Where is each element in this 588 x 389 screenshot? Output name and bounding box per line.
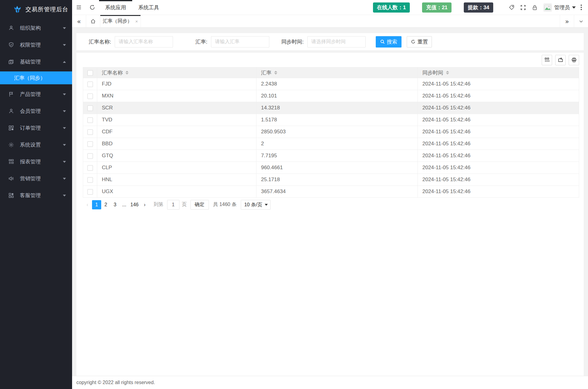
page-button-2[interactable]: 2 (101, 200, 110, 209)
close-icon[interactable]: × (135, 19, 138, 24)
order-icon (8, 125, 14, 131)
user-menu[interactable]: 管理员 (544, 3, 576, 12)
page-ellipsis: ... (120, 200, 129, 209)
table-card: 汇率名称 汇率 同步时间 FJD (76, 53, 584, 376)
row-checkbox[interactable] (87, 117, 93, 123)
row-checkbox[interactable] (87, 177, 93, 183)
row-checkbox[interactable] (87, 105, 93, 111)
row-checkbox[interactable] (87, 189, 93, 195)
search-icon (380, 39, 385, 44)
table-row: BBD 2 2024-11-05 15:42:46 (83, 138, 579, 150)
sidebar-item-4[interactable]: 会员管理 (0, 103, 72, 120)
caret-icon (63, 93, 66, 95)
sidebar-item-2[interactable]: 基础管理 (0, 53, 72, 70)
refresh-icon[interactable] (86, 0, 99, 15)
search-button[interactable]: 搜索 (376, 36, 402, 48)
rate-input[interactable] (211, 36, 269, 48)
jump-page-input[interactable] (167, 200, 179, 210)
content-area: 汇率名称: 汇率: 同步时间: 搜索 重置 (72, 28, 588, 376)
cell-sync-time: 2024-11-05 15:42:46 (418, 90, 579, 102)
row-checkbox[interactable] (87, 153, 93, 159)
caret-icon (63, 195, 66, 196)
sidebar-item-8[interactable]: 营销管理 (0, 170, 72, 187)
table-row: FJD 2.2438 2024-11-05 15:42:46 (83, 78, 579, 90)
page-button-146[interactable]: 146 (129, 200, 140, 209)
sync-time-input[interactable] (307, 36, 366, 48)
cell-rate-name: CDF (97, 126, 256, 138)
column-rate[interactable]: 汇率 (256, 67, 418, 78)
sidebar-item-6[interactable]: 系统设置 (0, 136, 72, 153)
sort-icon[interactable] (125, 71, 129, 74)
row-checkbox[interactable] (87, 141, 93, 147)
collapse-sidebar-icon[interactable] (72, 0, 86, 15)
row-checkbox[interactable] (87, 165, 93, 171)
tag-icon[interactable] (505, 0, 517, 15)
sidebar-item-label: 基础管理 (20, 58, 41, 65)
sidebar-item-7[interactable]: 报表管理 (0, 153, 72, 170)
more-vertical-icon[interactable] (578, 0, 585, 15)
sidebar-item-3[interactable]: 产品管理 (0, 86, 72, 103)
reset-button[interactable]: 重置 (407, 36, 432, 48)
column-sync-time[interactable]: 同步时间 (418, 67, 579, 78)
sidebar-item-5[interactable]: 订单管理 (0, 120, 72, 136)
reset-icon (411, 39, 416, 44)
sort-icon[interactable] (274, 71, 277, 74)
columns-filter-icon[interactable] (542, 55, 552, 65)
app-title: 交易所管理后台 (25, 6, 68, 13)
table-header-row: 汇率名称 汇率 同步时间 (83, 67, 579, 78)
rate-name-label: 汇率名称: (84, 38, 111, 45)
org-icon (8, 25, 14, 31)
deposit-badge[interactable]: 充值：21 (422, 2, 452, 13)
sidebar-item-label: 客服管理 (20, 192, 41, 199)
row-checkbox[interactable] (87, 82, 93, 87)
field-sync-time: 同步时间: (277, 36, 366, 48)
cell-rate: 2.2438 (256, 78, 418, 90)
cell-rate: 3657.4634 (256, 186, 418, 198)
nav-tab-system-tools[interactable]: 系统工具 (132, 0, 165, 15)
nav-tab-system-apps[interactable]: 系统应用 (99, 0, 132, 15)
sort-icon[interactable] (446, 71, 449, 74)
sidebar-item-1[interactable]: 权限管理 (0, 36, 72, 53)
online-users-badge[interactable]: 在线人数：1 (373, 2, 410, 13)
cell-rate: 2 (256, 138, 418, 150)
sidebar-subitem[interactable]: 汇率（同步） (0, 71, 72, 84)
select-all-checkbox[interactable] (87, 70, 93, 76)
header-right-group: 在线人数：1 充值：21 提款：34 管理员 (373, 0, 588, 15)
prev-page-icon[interactable]: ‹ (83, 200, 92, 209)
print-icon[interactable] (569, 55, 579, 65)
settings-icon (8, 142, 14, 148)
cell-rate: 20.101 (256, 90, 418, 102)
cell-rate: 960.4661 (256, 162, 418, 174)
home-icon[interactable] (86, 15, 100, 27)
top-header: 系统应用 系统工具 在线人数：1 充值：21 提款：34 管理员 (72, 0, 588, 15)
sidebar-item-9[interactable]: 客服管理 (0, 187, 72, 204)
cell-rate: 14.3218 (256, 102, 418, 114)
cell-rate-name: UGX (97, 186, 256, 198)
base-icon (8, 59, 14, 65)
lock-icon[interactable] (529, 0, 540, 15)
confirm-button[interactable]: 确定 (190, 200, 209, 210)
row-checkbox[interactable] (87, 129, 93, 135)
double-chevron-left-icon[interactable]: « (72, 15, 86, 27)
row-checkbox[interactable] (87, 93, 93, 99)
cell-rate-name: TVD (97, 114, 256, 126)
rate-label: 汇率: (180, 38, 207, 45)
rate-name-input[interactable] (115, 36, 173, 48)
page-button-1[interactable]: 1 (92, 200, 101, 209)
export-icon[interactable] (555, 55, 566, 65)
fullscreen-icon[interactable] (517, 0, 529, 15)
tab-exchange-rate-sync[interactable]: 汇率（同步） × (100, 15, 141, 27)
page-size-select[interactable]: 10 条/页 (241, 200, 271, 210)
cell-sync-time: 2024-11-05 15:42:46 (418, 186, 579, 198)
caret-icon (63, 178, 66, 180)
sidebar-item-0[interactable]: 组织架构 (0, 20, 72, 36)
chevron-down-icon[interactable] (574, 15, 588, 27)
page-button-3[interactable]: 3 (110, 200, 120, 209)
cell-sync-time: 2024-11-05 15:42:46 (418, 126, 579, 138)
card-filler (83, 212, 579, 376)
withdrawal-badge[interactable]: 提款：34 (464, 2, 493, 13)
double-chevron-right-icon[interactable]: » (560, 15, 574, 27)
next-page-icon[interactable]: › (140, 200, 149, 209)
table-row: MXN 20.101 2024-11-05 15:42:46 (83, 90, 579, 102)
column-rate-name[interactable]: 汇率名称 (97, 67, 256, 78)
